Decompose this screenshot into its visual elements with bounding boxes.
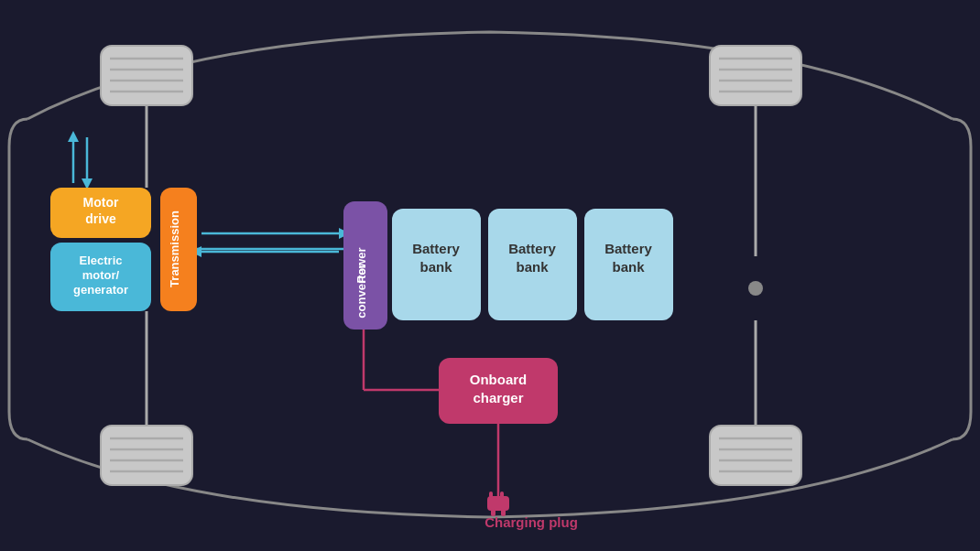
svg-text:Battery: Battery: [412, 241, 460, 256]
right-connector-dot: [748, 281, 763, 296]
svg-text:bank: bank: [612, 259, 645, 275]
svg-text:drive: drive: [85, 211, 116, 226]
svg-text:Battery: Battery: [508, 241, 556, 256]
svg-text:Transmission: Transmission: [168, 211, 181, 287]
charging-plug-icon: [487, 496, 509, 511]
svg-text:Electric: Electric: [80, 254, 123, 267]
svg-text:converter: converter: [354, 264, 368, 318]
svg-text:Motor: Motor: [83, 195, 119, 210]
svg-text:generator: generator: [73, 283, 128, 297]
svg-text:Onboard: Onboard: [470, 372, 528, 387]
arrow-up-head: [68, 131, 79, 142]
wheel-rear-left: [101, 426, 192, 485]
svg-text:Battery: Battery: [604, 241, 652, 256]
charging-plug-label: Charging plug: [485, 514, 578, 530]
svg-rect-18: [489, 492, 493, 498]
svg-text:charger: charger: [473, 390, 523, 405]
svg-text:bank: bank: [419, 259, 452, 275]
svg-text:motor/: motor/: [82, 268, 120, 282]
svg-rect-19: [500, 492, 504, 498]
ev-powertrain-diagram: Motor drive Electric motor/ generator Tr…: [0, 0, 980, 551]
wheel-front-left: [101, 46, 192, 105]
wheel-front-right: [710, 46, 801, 105]
svg-text:bank: bank: [516, 259, 549, 275]
wheel-rear-right: [710, 426, 801, 485]
car-body-left: [9, 119, 27, 439]
car-body-right: [953, 119, 971, 439]
